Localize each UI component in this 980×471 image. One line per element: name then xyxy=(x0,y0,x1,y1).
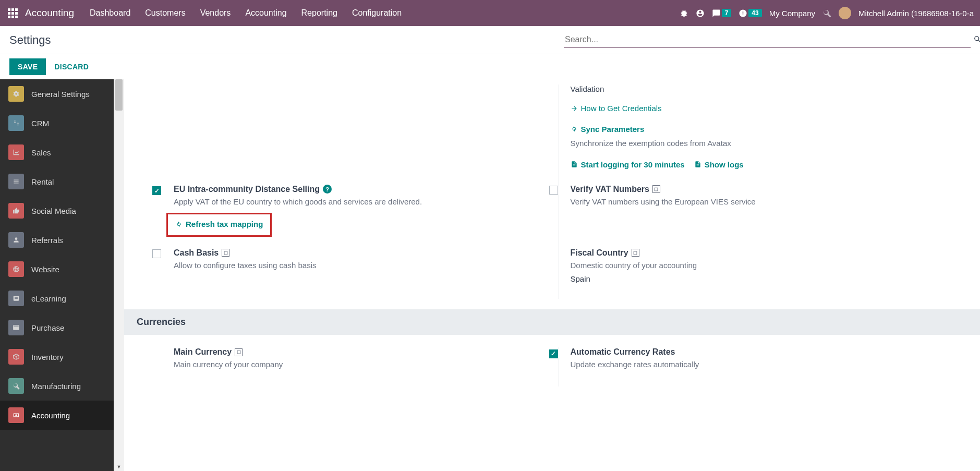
nav-right: 7 43 My Company Mitchell Admin (19686908… xyxy=(680,7,974,19)
setting-desc: Apply VAT of the EU country to which goo… xyxy=(174,196,548,208)
sidebar-item-manufacturing[interactable]: Manufacturing xyxy=(0,371,114,401)
debug-icon[interactable] xyxy=(680,9,688,18)
brand-title[interactable]: Accounting xyxy=(25,7,74,19)
sidebar-item-crm[interactable]: CRM xyxy=(0,108,114,138)
sidebar-item-referrals[interactable]: Referrals xyxy=(0,225,114,255)
show-logs-link[interactable]: Show logs xyxy=(694,160,744,169)
help-icon[interactable]: ? xyxy=(323,185,332,194)
search-input[interactable] xyxy=(564,32,971,48)
sidebar-item-label: Accounting xyxy=(31,411,70,420)
sidebar-item-rental[interactable]: Rental xyxy=(0,167,114,196)
sidebar-item-accounting[interactable]: Accounting xyxy=(0,401,114,430)
sync-desc: Synchronize the exemption codes from Ava… xyxy=(571,138,965,150)
sidebar-item-label: General Settings xyxy=(31,90,90,99)
sidebar-item-label: Website xyxy=(31,265,59,274)
sidebar-item-label: Purchase xyxy=(31,323,64,332)
settings-content: Validation How to Get Credentials Sync P… xyxy=(124,79,980,471)
how-to-get-credentials-link[interactable]: How to Get Credentials xyxy=(571,104,662,113)
company-selector[interactable]: My Company xyxy=(769,9,815,18)
refresh-icon xyxy=(175,221,183,228)
nav-dashboard[interactable]: Dashboard xyxy=(90,8,130,18)
money-icon xyxy=(8,407,24,423)
nav-accounting[interactable]: Accounting xyxy=(245,8,286,18)
setting-desc: Allow to configure taxes using cash basi… xyxy=(174,260,548,272)
user-name[interactable]: Mitchell Admin (19686908-16-0-a xyxy=(858,9,974,18)
sidebar-item-label: Manufacturing xyxy=(31,382,81,391)
globe-icon xyxy=(8,261,24,277)
nav-reporting[interactable]: Reporting xyxy=(301,8,337,18)
setting-title: EU Intra-community Distance Selling xyxy=(174,185,320,194)
search-wrap xyxy=(564,32,971,48)
scroll-thumb[interactable] xyxy=(115,79,123,111)
support-icon[interactable] xyxy=(696,9,705,18)
book-icon xyxy=(8,291,24,306)
section-currencies: Currencies xyxy=(124,309,980,335)
sidebar-item-sales[interactable]: Sales xyxy=(0,138,114,167)
setting-desc: Domestic country of your accounting xyxy=(571,260,965,272)
sidebar-scrollbar[interactable]: ▼ xyxy=(114,79,124,471)
wrench-icon xyxy=(8,378,24,394)
sidebar-item-label: Referrals xyxy=(31,236,63,245)
sidebar-item-inventory[interactable]: Inventory xyxy=(0,342,114,371)
sidebar-item-label: Inventory xyxy=(31,353,64,361)
nav-customers[interactable]: Customers xyxy=(145,8,185,18)
settings-sidebar: General Settings CRM Sales Rental Social… xyxy=(0,79,114,471)
activities-badge: 43 xyxy=(748,9,761,17)
activities-icon[interactable]: 43 xyxy=(739,9,761,18)
handshake-icon xyxy=(8,115,24,131)
user-avatar[interactable] xyxy=(839,7,851,19)
main-layout: General Settings CRM Sales Rental Social… xyxy=(0,79,980,471)
auto-currency-rates-checkbox[interactable] xyxy=(549,349,558,358)
link-label: Show logs xyxy=(705,160,744,169)
people-icon xyxy=(8,232,24,248)
link-label: Start logging for 30 minutes xyxy=(581,160,685,169)
setting-desc: Update exchange rates automatically xyxy=(571,359,965,371)
sync-parameters-link[interactable]: Sync Parameters xyxy=(571,125,645,134)
breadcrumb-bar: Settings xyxy=(0,26,980,54)
sidebar-item-website[interactable]: Website xyxy=(0,255,114,284)
refresh-tax-mapping-highlight: Refresh tax mapping xyxy=(166,213,272,237)
messages-icon[interactable]: 7 xyxy=(712,9,732,18)
nav-configuration[interactable]: Configuration xyxy=(352,8,402,18)
link-label: Sync Parameters xyxy=(581,125,645,134)
save-button[interactable]: SAVE xyxy=(9,58,46,75)
cash-basis-checkbox[interactable] xyxy=(152,249,161,258)
sidebar-item-general-settings[interactable]: General Settings xyxy=(0,79,114,108)
setting-title: Verify VAT Numbers xyxy=(571,185,649,194)
sidebar-item-social-media[interactable]: Social Media xyxy=(0,196,114,225)
action-bar: SAVE DISCARD xyxy=(0,54,980,79)
setting-title: Automatic Currency Rates xyxy=(571,347,675,357)
messages-badge: 7 xyxy=(722,9,732,17)
chart-icon xyxy=(8,144,24,160)
eu-distance-selling-checkbox[interactable] xyxy=(152,186,161,195)
verify-vat-checkbox[interactable] xyxy=(549,186,558,195)
validation-label: Validation xyxy=(571,84,965,93)
top-navigation: Accounting Dashboard Customers Vendors A… xyxy=(0,0,980,26)
fiscal-country-value[interactable]: Spain xyxy=(571,274,965,283)
enterprise-icon xyxy=(652,185,660,193)
sidebar-item-elearning[interactable]: eLearning xyxy=(0,284,114,313)
key-icon xyxy=(8,174,24,189)
search-icon[interactable] xyxy=(973,35,980,46)
setting-title: Cash Basis xyxy=(174,248,219,258)
tools-icon[interactable] xyxy=(822,9,831,18)
nav-vendors[interactable]: Vendors xyxy=(200,8,231,18)
refresh-tax-mapping-link[interactable]: Refresh tax mapping xyxy=(175,220,263,228)
page-title: Settings xyxy=(9,33,51,47)
thumbs-up-icon xyxy=(8,203,24,219)
setting-title: Fiscal Country xyxy=(571,248,628,258)
setting-desc: Verify VAT numbers using the European VI… xyxy=(571,196,965,208)
sidebar-item-purchase[interactable]: Purchase xyxy=(0,313,114,342)
gear-icon xyxy=(8,86,24,102)
start-logging-link[interactable]: Start logging for 30 minutes xyxy=(571,160,685,169)
cart-icon xyxy=(8,320,24,335)
sidebar-item-label: Rental xyxy=(31,177,54,186)
enterprise-icon xyxy=(632,249,639,257)
sidebar-item-label: Social Media xyxy=(31,207,76,215)
scroll-down-arrow[interactable]: ▼ xyxy=(114,463,124,471)
link-label: How to Get Credentials xyxy=(581,104,662,113)
apps-menu-icon[interactable] xyxy=(6,7,19,19)
setting-desc: Main currency of your company xyxy=(174,359,548,371)
enterprise-icon xyxy=(235,348,243,356)
discard-button[interactable]: DISCARD xyxy=(54,63,89,71)
